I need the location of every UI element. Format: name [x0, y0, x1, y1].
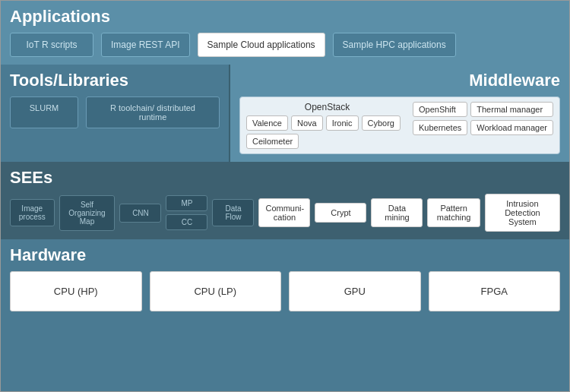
see-box-communication: Communi-cation [258, 198, 310, 227]
sees-section: SEEs Image process Self Organizing Map C… [1, 162, 569, 239]
mw-thermal: Thermal manager [470, 102, 553, 117]
hardware-title: Hardware [10, 245, 560, 265]
tools-title: Tools/Libraries [10, 71, 220, 90]
os-box-ceilometer: Ceilometer [246, 134, 299, 149]
see-box-image: Image process [10, 199, 55, 226]
hw-box-cpu-lp: CPU (LP) [150, 271, 282, 311]
see-box-crypt: Crypt [315, 203, 366, 223]
hw-box-fpga: FPGA [429, 271, 561, 311]
see-box-intrusion: Intrusion Detection System [485, 194, 560, 232]
hardware-boxes: CPU (HP) CPU (LP) GPU FPGA [10, 271, 560, 311]
hw-box-cpu-hp: CPU (HP) [10, 271, 142, 311]
mw-col1: OpenShift Kubernetes [413, 102, 467, 135]
openstack-left: OpenStack Valence Nova Ironic Cyborg [246, 102, 408, 149]
openstack-inner-boxes: Valence Nova Ironic Cyborg Ceilometer [246, 115, 408, 149]
tools-section: Tools/Libraries SLURM R toolchain/ distr… [1, 65, 229, 162]
middle-row: Tools/Libraries SLURM R toolchain/ distr… [1, 65, 569, 162]
hw-box-gpu: GPU [289, 271, 421, 311]
app-box-cloud: Sample Cloud applications [198, 33, 325, 57]
mw-col2: Thermal manager Workload manager [470, 102, 553, 135]
see-box-cc: CC [166, 214, 207, 230]
os-box-nova: Nova [291, 115, 323, 131]
mw-kubernetes: Kubernetes [413, 120, 467, 135]
sees-boxes: Image process Self Organizing Map CNN MP… [10, 194, 560, 232]
see-box-patternmatching: Pattern matching [427, 198, 480, 227]
see-box-dataflow: Data Flow [212, 199, 254, 226]
applications-section: Applications IoT R scripts Image REST AP… [1, 1, 569, 65]
see-box-cnn: CNN [119, 204, 161, 223]
sees-title: SEEs [10, 168, 560, 188]
middleware-right: OpenShift Kubernetes Thermal manager [413, 102, 553, 135]
middleware-section: Middleware OpenStack Valence Nova Ironic [229, 65, 569, 162]
app-box-image-rest: Image REST API [101, 33, 190, 57]
app-box-hpc: Sample HPC applications [333, 33, 456, 57]
os-box-valence: Valence [246, 115, 288, 131]
applications-boxes: IoT R scripts Image REST API Sample Clou… [10, 33, 560, 57]
openstack-container: OpenStack Valence Nova Ironic Cyborg [239, 96, 560, 154]
openstack-label: OpenStack [246, 102, 408, 112]
openstack-right: OpenShift Kubernetes Thermal manager [413, 102, 553, 149]
see-box-datamining: Data mining [371, 198, 423, 227]
os-box-cyborg: Cyborg [362, 115, 401, 131]
os-box-ironic: Ironic [326, 115, 359, 131]
middleware-title: Middleware [239, 71, 560, 90]
tool-box-rtoolchain: R toolchain/ distributed runtime [86, 96, 220, 128]
see-box-mp: MP [166, 195, 207, 211]
tools-boxes: SLURM R toolchain/ distributed runtime [10, 96, 220, 128]
tool-box-slurm: SLURM [10, 96, 78, 128]
hardware-section: Hardware CPU (HP) CPU (LP) GPU FPGA [1, 239, 569, 391]
mw-openshift: OpenShift [413, 102, 467, 117]
mw-workload: Workload manager [470, 120, 553, 135]
applications-title: Applications [10, 7, 560, 27]
app-box-iot: IoT R scripts [10, 33, 93, 57]
see-box-som: Self Organizing Map [59, 195, 116, 231]
see-mp-cc-group: MP CC [166, 195, 207, 230]
